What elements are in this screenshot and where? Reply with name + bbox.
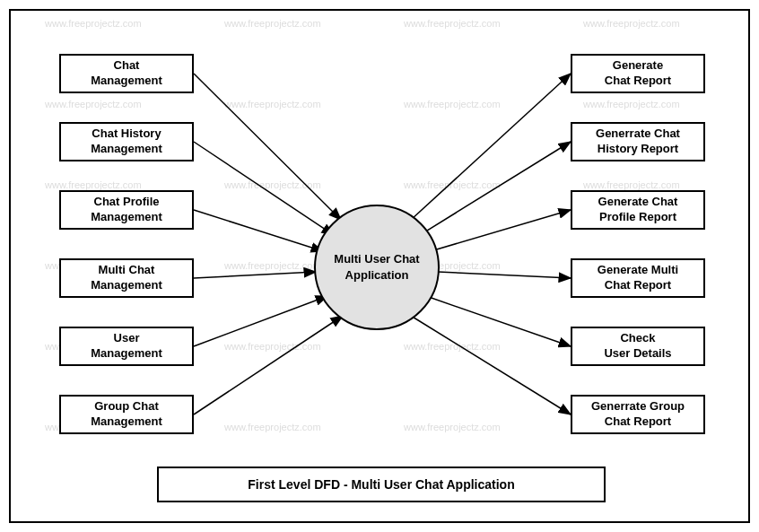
svg-line-4 xyxy=(194,272,316,278)
svg-line-3 xyxy=(194,210,323,251)
box-chat-management: ChatManagement xyxy=(59,54,194,93)
center-process: Multi User ChatApplication xyxy=(314,205,440,330)
svg-line-7 xyxy=(411,74,571,220)
box-generate-chat-report: GenerateChat Report xyxy=(571,54,705,93)
svg-line-2 xyxy=(194,142,334,235)
svg-line-12 xyxy=(411,316,571,414)
svg-line-6 xyxy=(194,316,343,414)
box-group-chat-management: Group ChatManagement xyxy=(59,395,194,434)
diagram-title: First Level DFD - Multi User Chat Applic… xyxy=(157,467,606,502)
svg-line-10 xyxy=(438,272,571,278)
box-check-user-details: CheckUser Details xyxy=(571,327,705,366)
box-generate-group-chat-report: Generrate GroupChat Report xyxy=(571,395,705,434)
svg-line-8 xyxy=(420,142,571,235)
box-chat-profile-management: Chat ProfileManagement xyxy=(59,190,194,230)
box-generate-chat-history-report: Generrate ChatHistory Report xyxy=(571,122,705,161)
svg-line-1 xyxy=(194,74,341,220)
box-multi-chat-management: Multi ChatManagement xyxy=(59,258,194,298)
box-chat-history-management: Chat HistoryManagement xyxy=(59,122,194,161)
box-generate-multi-chat-report: Generate MultiChat Report xyxy=(571,258,705,298)
box-generate-chat-profile-report: Generate ChatProfile Report xyxy=(571,190,705,230)
box-user-management: UserManagement xyxy=(59,327,194,366)
